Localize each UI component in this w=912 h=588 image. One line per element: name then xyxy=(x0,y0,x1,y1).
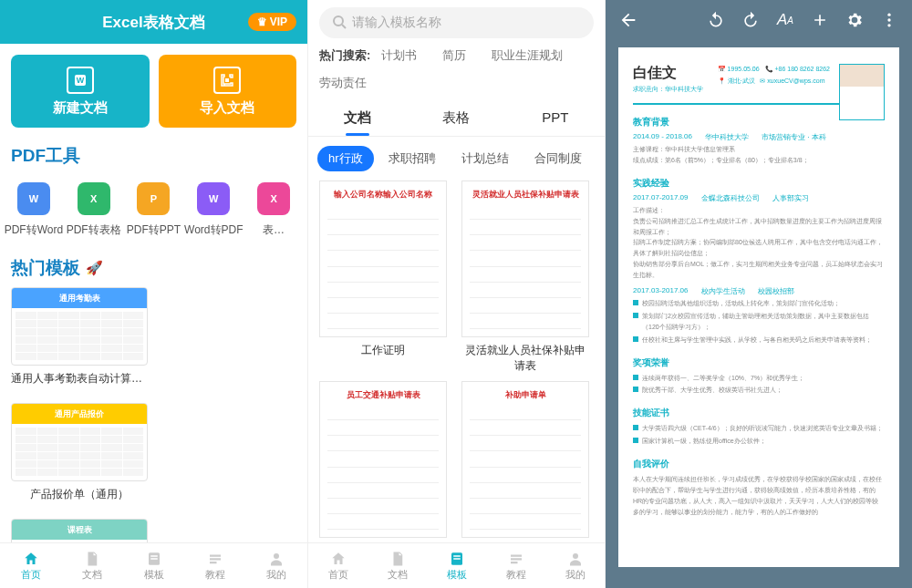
tab-row: 文档表格PPT xyxy=(308,100,605,137)
template-label: 产品报价单（通用） xyxy=(30,487,129,502)
section-experience: 实践经验 xyxy=(633,177,885,190)
back-button[interactable] xyxy=(611,0,646,40)
doc-item[interactable]: 灵活就业人员社保补贴申请表灵活就业人员社保补贴申请表 xyxy=(461,181,589,374)
nav-文档[interactable]: 文档 xyxy=(368,543,427,588)
new-doc-button[interactable]: W 新建文档 xyxy=(11,55,150,128)
import-doc-icon xyxy=(213,67,241,94)
import-doc-button[interactable]: 导入文档 xyxy=(159,55,297,128)
tool-icon: X xyxy=(78,182,110,215)
svg-line-8 xyxy=(342,25,346,28)
nav-icon xyxy=(566,551,585,567)
app-title: Excel表格文档 xyxy=(102,12,204,33)
section-skills: 技能证书 xyxy=(633,407,885,419)
nav-文档[interactable]: 文档 xyxy=(61,543,122,588)
section-selfeval: 自我评价 xyxy=(633,458,885,470)
new-doc-icon: W xyxy=(67,67,94,94)
tool-label: PDF转表格 xyxy=(67,222,121,238)
nav-教程[interactable]: 教程 xyxy=(486,543,545,588)
action-row: W 新建文档 导入文档 xyxy=(0,44,307,139)
tool-3[interactable]: WWord转PDF xyxy=(183,182,244,238)
svg-point-6 xyxy=(274,553,279,559)
nav-首页[interactable]: 首页 xyxy=(308,543,368,588)
chip-2[interactable]: 计划总结 xyxy=(451,146,520,171)
rocket-icon: 🚀 xyxy=(86,260,103,276)
tab-表格[interactable]: 表格 xyxy=(407,100,505,136)
doc-thumb: 输入公司名称输入公司名称 xyxy=(319,181,447,337)
nav-我的[interactable]: 我的 xyxy=(246,543,307,588)
tool-row: WPDF转WordXPDF转表格PPDF转PPTWWord转PDFX表… xyxy=(0,175,307,251)
svg-rect-4 xyxy=(150,555,158,557)
tab-文档[interactable]: 文档 xyxy=(308,100,407,136)
settings-button[interactable] xyxy=(837,0,872,40)
birth-icon: 📅 xyxy=(718,66,726,72)
nav-icon xyxy=(22,551,40,567)
doc-grid: 输入公司名称输入公司名称工作证明灵活就业人员社保补贴申请表灵活就业人员社保补贴申… xyxy=(308,181,605,542)
svg-point-7 xyxy=(334,16,343,26)
font-button[interactable]: AA xyxy=(768,0,803,40)
redo-button[interactable] xyxy=(733,0,768,40)
resume-document[interactable]: 白佳文 求职意向：华中科技大学 📅 1995.05.06 📞 +86 180 8… xyxy=(618,47,899,567)
hot-term[interactable]: 计划书 xyxy=(381,47,417,64)
tool-label: PDF转PPT xyxy=(127,222,181,238)
tab-PPT[interactable]: PPT xyxy=(506,100,605,136)
search-icon xyxy=(332,15,347,32)
doc-label: 工作证明 xyxy=(361,343,405,358)
chip-0[interactable]: hr行政 xyxy=(317,146,374,171)
doc-thumb: 补助申请单 xyxy=(461,381,589,538)
nav-icon xyxy=(389,551,407,567)
doc-item[interactable]: 补助申请单补助申请单 xyxy=(461,381,589,542)
nav-我的[interactable]: 我的 xyxy=(545,543,605,588)
undo-button[interactable] xyxy=(699,0,733,40)
nav-icon xyxy=(267,551,285,567)
hot-term[interactable]: 劳动责任 xyxy=(319,75,367,91)
chip-1[interactable]: 求职招聘 xyxy=(378,146,447,171)
template-thumb: 课程表 xyxy=(11,519,148,542)
tool-label: Word转PDF xyxy=(184,222,243,238)
more-button[interactable] xyxy=(872,0,907,40)
nav-label: 我的 xyxy=(266,568,286,582)
tool-1[interactable]: XPDF转表格 xyxy=(64,182,124,238)
add-button[interactable] xyxy=(803,0,837,40)
panel-templates: 请输入模板名称 热门搜索: 计划书 简历 职业生涯规划 劳动责任 文档表格PPT… xyxy=(308,0,606,588)
nav-icon xyxy=(145,551,163,567)
doc-item[interactable]: 输入公司名称输入公司名称工作证明 xyxy=(319,181,447,374)
svg-rect-10 xyxy=(453,555,461,557)
bottom-nav: 首页文档模板教程我的 xyxy=(0,542,307,588)
nav-label: 模板 xyxy=(144,568,164,582)
template-item[interactable]: 通用考勤表通用人事考勤表自动计算出勤情况 xyxy=(11,287,148,387)
svg-text:W: W xyxy=(77,76,85,85)
nav-模板[interactable]: 模板 xyxy=(123,543,184,588)
doc-thumb: 员工交通补贴申请表 xyxy=(319,381,447,538)
template-item[interactable]: 课程表小学课程表 xyxy=(11,519,148,542)
vip-label: VIP xyxy=(270,15,287,28)
search-input[interactable]: 请输入模板名称 xyxy=(319,7,594,38)
nav-icon xyxy=(507,551,525,567)
nav-首页[interactable]: 首页 xyxy=(0,543,61,588)
nav-icon xyxy=(83,551,101,567)
chip-4[interactable]: 教育 xyxy=(596,146,605,171)
nav-label: 首页 xyxy=(21,568,41,582)
chip-3[interactable]: 合同制度 xyxy=(523,146,593,171)
nav-label: 首页 xyxy=(328,568,348,582)
nav-label: 我的 xyxy=(565,568,586,582)
nav-icon xyxy=(206,551,224,567)
tool-2[interactable]: PPDF转PPT xyxy=(124,182,184,238)
hot-term[interactable]: 职业生涯规划 xyxy=(492,47,563,64)
doc-item[interactable]: 员工交通补贴申请表员工交通补贴申请表 xyxy=(319,381,447,542)
nav-label: 文档 xyxy=(82,568,102,582)
svg-point-14 xyxy=(887,18,890,21)
nav-label: 模板 xyxy=(447,568,467,582)
hot-term[interactable]: 简历 xyxy=(442,47,466,64)
nav-教程[interactable]: 教程 xyxy=(184,543,245,588)
vip-badge[interactable]: ♛ VIP xyxy=(248,13,296,31)
resume-photo xyxy=(839,64,885,120)
tool-4[interactable]: X表… xyxy=(244,182,304,238)
nav-模板[interactable]: 模板 xyxy=(427,543,486,588)
svg-point-15 xyxy=(887,24,890,26)
tool-0[interactable]: WPDF转Word xyxy=(4,182,64,238)
phone-icon: 📞 xyxy=(765,66,773,72)
template-thumb: 通用产品报价 xyxy=(11,403,148,481)
template-grid: 通用考勤表通用人事考勤表自动计算出勤情况通用产品报价产品报价单（通用）课程表小学… xyxy=(0,287,307,542)
resume-subtitle: 求职意向：华中科技大学 xyxy=(633,85,703,94)
template-item[interactable]: 通用产品报价产品报价单（通用） xyxy=(11,403,148,502)
